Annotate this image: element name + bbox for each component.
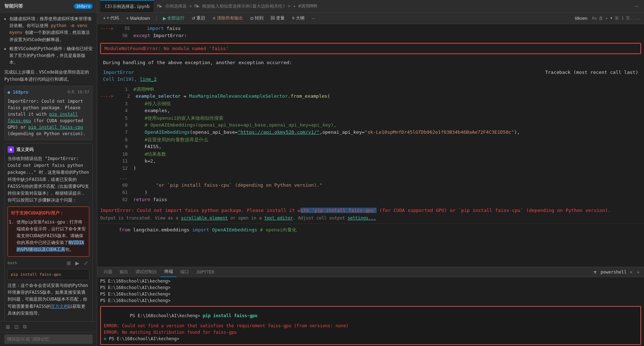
traceback-header: Traceback (most recent call last)	[545, 70, 638, 75]
linenum-3: 3	[117, 101, 128, 106]
tab-terminal[interactable]: 终端	[161, 267, 177, 277]
import-path: langchain.embeddings	[133, 227, 192, 232]
chat-username: ● 168pro	[8, 89, 28, 96]
text-editor-link[interactable]: text editor	[264, 216, 293, 221]
line-content-l2: example_selector = MaxMarginalRelevanceE…	[136, 93, 641, 99]
add-markdown-label: + Markdown	[126, 16, 150, 21]
code-line-l2: ----> 2 example_selector = MaxMarginalRe…	[97, 93, 644, 101]
line-content-l1: #调用MMR	[133, 86, 641, 93]
variable-btn[interactable]: 回 变量	[268, 14, 288, 22]
tab-problems[interactable]: 问题	[100, 267, 116, 277]
scrollable-link[interactable]: scrollable element	[181, 216, 228, 221]
tab-output[interactable]: 输出	[116, 267, 132, 277]
line-content-60: "or `pip install faiss-cpu` (depending o…	[133, 182, 641, 188]
line-content-11: k=2,	[133, 158, 641, 164]
code-section-2: 1 #调用MMR ----> 2 example_selector = MaxM…	[97, 85, 644, 174]
line-content-10: #结果条数	[133, 151, 641, 158]
cell-info: Cell In[19], line_2	[103, 76, 638, 82]
sidebar-toolbar: ⊞ ⊡ ⧉	[0, 321, 97, 332]
code-line-55: ----> 55 import faiss	[97, 26, 644, 33]
new-terminal-btn[interactable]: +	[635, 269, 641, 276]
dots-separator: ...	[97, 174, 644, 181]
clear-icon: ✕	[212, 16, 216, 21]
code-line-12: 12 )	[97, 165, 644, 173]
comment: # openai向量化	[260, 227, 297, 232]
linenum-61: 61	[117, 190, 128, 195]
copy-code-btn[interactable]: ⊞	[65, 260, 72, 267]
notebook-toolbar: + + 代码 + Markdown | ▶ 全部运行 ↺ 重启 ✕ 清除所有输出…	[97, 13, 644, 24]
toolbar-btn-1[interactable]: ⊞	[4, 323, 12, 331]
tab-label: (3)示例选择器.ipynb	[105, 4, 150, 10]
more-nb-btn[interactable]: ···	[309, 15, 318, 22]
add-markdown-btn[interactable]: + Markdown	[123, 15, 153, 22]
code-section-1: ----> 55 import faiss 56 except ImportEr…	[97, 24, 644, 41]
during-section: During handling of the above exception, …	[97, 56, 644, 85]
code-line-61: 61 )	[97, 190, 644, 197]
linenum-11: 11	[117, 159, 128, 164]
clear-outputs-label: 清除所有输出	[217, 15, 243, 21]
linenum-10: 10	[117, 152, 128, 157]
run-code-btn[interactable]: ▶	[74, 260, 81, 267]
line-content-62: return faiss	[133, 197, 641, 202]
agent-message: 当你收到错误信息 "ImportError: Could not import …	[8, 155, 89, 204]
clear-outputs-btn[interactable]: ✕ 清除所有输出	[209, 14, 246, 22]
error-text-1: ModuleNotFoundError: No module named 'fa…	[105, 46, 228, 51]
chat-input[interactable]	[4, 334, 93, 344]
line-content-55: import faiss	[136, 26, 641, 31]
goto-btn[interactable]: ⊙ 转到	[247, 14, 266, 22]
code-label: bash	[8, 260, 17, 266]
term-pip-cmd: PS E:\168school\AI\kecheng> pip install …	[104, 308, 638, 323]
tab-debug[interactable]: 调试控制台	[132, 267, 161, 277]
restart-label: 重启	[196, 15, 205, 21]
agent-section: ▣ 通义灵码 当你收到错误信息 "ImportError: Could not …	[4, 143, 93, 321]
linenum-6: 6	[117, 123, 128, 128]
term-line-4: PS E:\168school\AI\kecheng>	[100, 298, 641, 305]
more-btn[interactable]: ···	[632, 3, 641, 9]
term-after-error: ⊙ PS E:\168school\AI\kecheng>	[104, 336, 638, 343]
highlighted-pip: ith `pip install faiss-gpu`	[301, 208, 377, 213]
split-terminal-btn[interactable]: ▼	[591, 269, 599, 276]
toolbar-btn-3[interactable]: ⧉	[22, 323, 28, 331]
error-line-text: ImportError: Could not import faiss pyth…	[100, 207, 641, 214]
outline-btn[interactable]: ≡ 大纲	[289, 14, 307, 22]
code-block: pip install faiss-gpu	[8, 269, 89, 280]
tab-ports[interactable]: 端口	[177, 267, 192, 277]
toolbar-btn-2[interactable]: ⊡	[13, 323, 20, 331]
kernel-label: titkoen	[575, 16, 587, 21]
traceback-importerror: ImportError	[103, 70, 134, 75]
kill-terminal-btn[interactable]: ×	[628, 269, 634, 276]
chat-link-gpu[interactable]: pip install faiss-gpu	[8, 112, 78, 123]
goto-label: 转到	[255, 15, 263, 21]
linenum-12: 12	[117, 166, 128, 171]
line-content-12: )	[133, 165, 641, 171]
restart-icon: ↺	[192, 16, 195, 21]
settings-link[interactable]: settings...	[347, 216, 376, 221]
line-content-7: OpenAIEmbeddings(openai_api_base="https:…	[133, 129, 641, 135]
next-cell: from langchain.embeddings import OpenAIE…	[97, 223, 644, 236]
tab-jupyter[interactable]: JUPYTER	[192, 267, 218, 277]
intro-para: 完成以上步骤后，VSCode就会使用你选定的Python版本进行代码运行和调试。	[4, 69, 93, 83]
terminal-content[interactable]: PS E:\168school\AI\kecheng> PS E:\168sch…	[97, 277, 644, 346]
import-kw: import	[192, 227, 209, 232]
expand-code-btn[interactable]: ⤢	[82, 260, 89, 267]
term-line-3: PS E:\168school\AI\kecheng>	[100, 292, 641, 298]
linenum-55: 55	[119, 26, 130, 31]
tab-breadcrumb: M▶ 示例选择器 > M▶ 根据输入相似度选择示例(最大边际相关性) > ✦ #…	[154, 3, 632, 9]
chat-link-cpu[interactable]: pip install faiss-cpu	[28, 125, 83, 130]
code-line-l1: 1 #调用MMR	[97, 86, 644, 93]
sidebar-badge: 168pro	[74, 4, 93, 9]
active-tab[interactable]: (3)示例选择器.ipynb	[100, 0, 154, 13]
restart-btn[interactable]: ↺ 重启	[189, 14, 208, 22]
code-area[interactable]: ----> 55 import faiss 56 except ImportEr…	[97, 24, 644, 267]
code-line-11: 11 k=2,	[97, 158, 644, 165]
official-link[interactable]: 官方文档	[51, 304, 68, 309]
linenum-62: 62	[117, 197, 128, 202]
sep-1: |	[154, 15, 159, 21]
line-content-4: examples,	[133, 108, 641, 113]
linenum-9: 9	[117, 144, 128, 149]
kernel-btn[interactable]: titkoen	[572, 15, 590, 22]
run-all-btn[interactable]: ▶ 全部运行	[160, 14, 187, 22]
sidebar-footer	[0, 332, 97, 346]
code-line-6: 6 # OpenAIEmbeddings(openai_api_base=api…	[97, 122, 644, 129]
add-code-btn[interactable]: + + 代码	[100, 14, 122, 22]
